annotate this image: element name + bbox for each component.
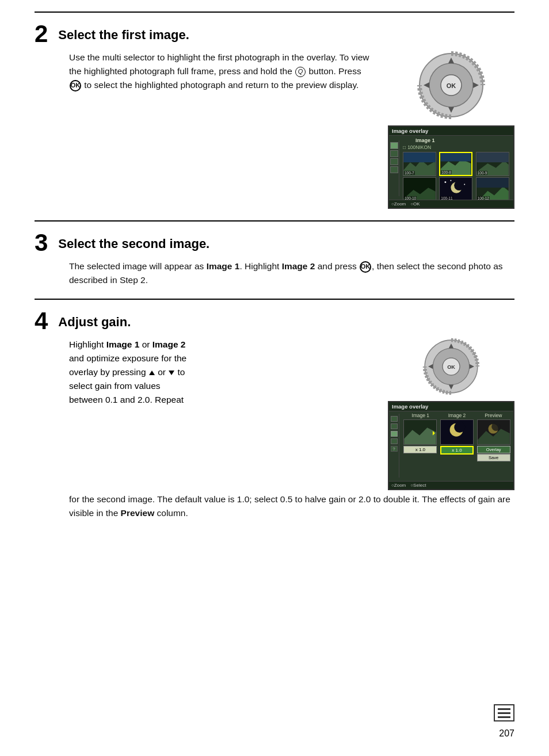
svg-point-45 (491, 422, 500, 431)
lcd-2-col-headers: Image 1 Image 2 Preview (403, 413, 511, 418)
step-4-section: 4 Adjust gain. Highlight Image 1 or Imag… (35, 299, 514, 532)
lcd-2-icon-col: ? (389, 414, 399, 478)
lcd-2-col1: x 1.0 (403, 419, 438, 461)
page-number: 207 (499, 728, 514, 739)
svg-point-22 (445, 181, 447, 183)
thumb-100-10: 100-10 (403, 177, 436, 201)
lcd-2-overlay-save-btns: Overlay Save (477, 446, 510, 461)
step-4-content: Highlight Image 1 or Image 2 and optimiz… (69, 338, 514, 490)
lcd-2-col-img1: Image 1 (403, 413, 438, 418)
step-4-title: Adjust gain. (58, 315, 131, 330)
lcd-2-icon-2 (391, 423, 398, 429)
lcd-2-zoom-label: ○Zoom (391, 483, 406, 488)
lcd-1-title: Image overlay (389, 127, 513, 136)
lcd-2-ok-label: ○Select (410, 483, 426, 488)
lcd-2-icon-4 (391, 438, 398, 444)
step-4-image-area: OK Image overlay (388, 338, 514, 490)
lcd-icon-2 (390, 150, 398, 157)
lcd-icon-3 (390, 158, 398, 165)
step-2-section: 2 Select the first image. Use the multi … (35, 12, 514, 220)
lcd-2-col2: x 1.0 (440, 419, 475, 461)
arrow-down-symbol (169, 371, 174, 375)
lcd-2-thumb-img1 (403, 419, 437, 445)
svg-rect-13 (441, 153, 471, 161)
lcd-icon-4 (390, 166, 398, 173)
step-4-lcd: Image overlay ? Image 1 Ima (388, 401, 514, 490)
lcd-2-main: Image 1 Image 2 Preview (401, 411, 513, 475)
step-4-number: 4 (35, 309, 48, 333)
step-3-section: 3 Select the second image. The selected … (35, 220, 514, 299)
lcd-zoom-label: ○Zoom (391, 201, 406, 207)
svg-rect-27 (476, 178, 508, 188)
step-3-text: The selected image will appear as Image … (69, 259, 514, 287)
lcd-2-icon-1 (391, 416, 398, 422)
menu-line-1 (498, 708, 510, 710)
dial-svg: OK (417, 51, 486, 120)
lcd-2-save-btn: Save (477, 454, 510, 461)
menu-line-3 (498, 716, 510, 718)
svg-point-23 (464, 184, 466, 185)
svg-rect-10 (403, 152, 435, 162)
lcd-1-bottom-bar: ○Zoom ○OK (389, 200, 513, 208)
thumb-100-7: 100-7 (403, 152, 436, 176)
lcd-2-col3: Overlay Save (476, 419, 511, 461)
step-3-title: Select the second image. (58, 236, 209, 251)
lcd-1-main: Image 1 □100NIKON (401, 136, 513, 204)
lcd-2-title: Image overlay (389, 402, 513, 411)
lcd-2-overlay-btn: Overlay (477, 446, 510, 453)
thumb-100-9: 100-9 (476, 152, 509, 176)
zoom-icon: Q (295, 67, 306, 77)
lcd-2-gain-img2: x 1.0 (440, 446, 474, 455)
lcd-thumbnails: 100-7 100-8 (402, 151, 512, 203)
step-2-lcd: Image overlay Image 1 □100NIKON (388, 125, 514, 209)
lcd-icon-1 (390, 142, 398, 149)
step-2-number: 2 (35, 22, 48, 46)
lcd-2-thumbs-row: x 1.0 (403, 419, 511, 461)
lcd-2-icon-5: ? (391, 446, 398, 452)
lcd-2-icon-3 (391, 431, 398, 437)
dial-svg-2: OK (422, 338, 480, 395)
lcd-1-icon-col (389, 140, 399, 196)
thumb-100-12: 100-12 (476, 177, 509, 201)
ok-button-symbol-2: OK (360, 261, 371, 273)
step-4-text: Highlight Image 1 or Image 2 and optimiz… (69, 338, 376, 490)
step-4-text-full: for the second image. The default value … (69, 492, 514, 520)
step-3-number: 3 (35, 231, 48, 255)
lcd-2-thumb-preview (477, 419, 510, 445)
svg-text:OK: OK (447, 82, 456, 89)
thumb-100-11: 100-11 (439, 177, 472, 201)
menu-icon-box (494, 704, 514, 721)
thumb-100-8: 100-8 (439, 152, 472, 176)
svg-point-41 (454, 422, 465, 433)
lcd-2-col-img2: Image 2 (439, 413, 474, 418)
step-2-image-area: OK Image overlay (388, 51, 514, 209)
svg-text:OK: OK (447, 364, 455, 370)
step-2-text: Use the multi selector to highlight the … (69, 51, 376, 92)
ok-button-symbol-1: OK (70, 80, 81, 91)
svg-rect-16 (476, 152, 508, 162)
lcd-2-bottom-bar: ○Zoom ○Select (389, 481, 513, 489)
lcd-2-gain-img1: x 1.0 (403, 446, 437, 453)
step-2-title: Select the first image. (58, 28, 189, 43)
lcd-2-col-preview: Preview (476, 413, 511, 418)
lcd-2-thumb-img2 (440, 419, 474, 445)
arrow-up-symbol (149, 371, 155, 375)
lcd-image-name: Image 1 (413, 137, 512, 144)
svg-point-21 (454, 181, 464, 190)
lcd-folder: □100NIKON (402, 144, 512, 151)
menu-line-2 (498, 712, 510, 714)
svg-point-24 (451, 180, 452, 181)
lcd-ok-label: ○OK (410, 201, 420, 207)
